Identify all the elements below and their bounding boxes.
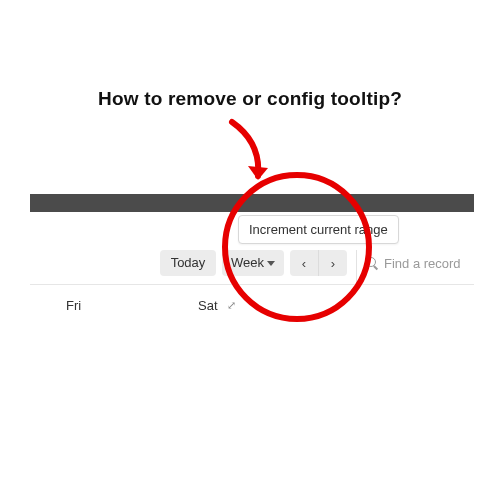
today-button[interactable]: Today: [160, 250, 216, 276]
toolbar-divider: [30, 284, 474, 285]
column-header-fri: Fri: [66, 298, 81, 313]
column-header-sat-label: Sat: [198, 298, 218, 313]
chevron-down-icon: [267, 261, 275, 266]
search-icon: [366, 257, 379, 270]
range-nav-group: ‹ ›: [290, 250, 347, 276]
column-header-sat: Sat ⤢: [198, 298, 236, 313]
annotation-arrow: [222, 118, 282, 188]
prev-range-button[interactable]: ‹: [290, 250, 319, 276]
expand-icon[interactable]: ⤢: [227, 299, 236, 312]
next-range-button[interactable]: ›: [319, 250, 347, 276]
annotation-question: How to remove or config tooltip?: [0, 88, 500, 110]
find-record-placeholder: Find a record: [384, 256, 461, 271]
view-range-select[interactable]: Week: [222, 250, 284, 276]
window-title-bar: [30, 194, 474, 212]
view-range-label: Week: [231, 250, 264, 276]
find-record-input[interactable]: Find a record: [366, 250, 461, 276]
increment-range-tooltip: Increment current range: [238, 215, 399, 244]
